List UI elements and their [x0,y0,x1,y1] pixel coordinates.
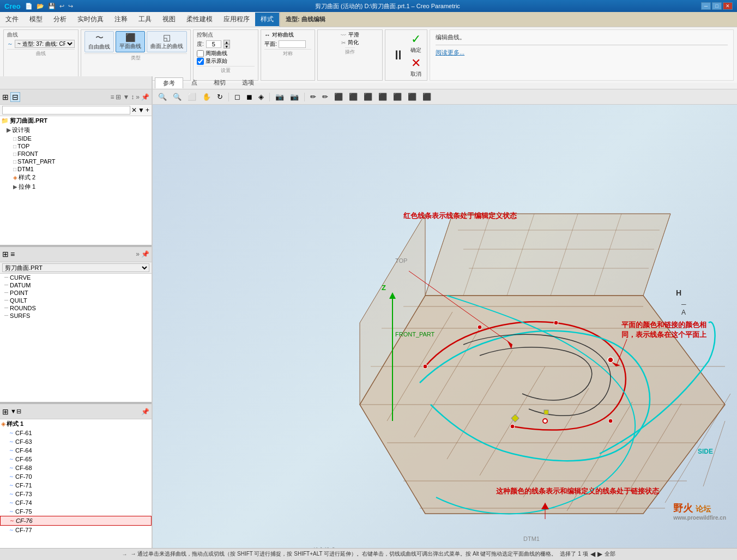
toolbar-pin-icon[interactable]: 📌 [141,93,149,101]
toolbar-more-icon[interactable]: » [136,93,140,101]
tree1-front[interactable]: □ FRONT [0,150,152,158]
canvas[interactable]: Z [153,105,737,548]
toolbar-grid-icon[interactable]: ⊞ [116,93,121,101]
menu-analysis[interactable]: 分析 [48,13,72,26]
perimeter-checkbox[interactable] [197,50,204,57]
plane-input[interactable] [279,40,306,48]
vp-select1[interactable]: ⬛ [332,92,345,102]
vp-select2[interactable]: ⬛ [347,92,360,102]
vp-select7[interactable]: ⬛ [420,92,433,102]
tree2-curve[interactable]: ─ CURVE [0,274,152,281]
redo-btn[interactable]: ↪ [68,3,73,9]
subtab-tangent[interactable]: 相切 [206,77,234,88]
vp-zoom-out[interactable]: 🔍 [171,92,184,102]
tree1-design[interactable]: ▶ 设计项 [0,125,152,135]
tree3-expand-icon[interactable]: ⊞ [2,407,9,416]
menu-apps[interactable]: 应用程序 [218,13,255,26]
menu-simulation[interactable]: 实时仿真 [72,13,109,26]
tree1-start[interactable]: □ START_PART [0,158,152,165]
planar-curve-btn[interactable]: ⬛ 平面曲线 [116,31,145,52]
vp-edit1[interactable]: ✏ [308,92,318,102]
vp-select5[interactable]: ⬛ [391,92,404,102]
tree2-rounds[interactable]: ─ ROUNDS [0,304,152,312]
search-filter-btn[interactable]: ▼ [138,106,144,114]
degree-input[interactable] [206,40,221,48]
vp-select3[interactable]: ⬛ [361,92,374,102]
pause-btn[interactable]: ⏸ [391,46,406,64]
confirm-btn[interactable]: ✓ 确定 [410,32,421,54]
minimize-btn[interactable]: ─ [701,2,711,10]
tree2-pin-icon[interactable]: 📌 [141,250,149,258]
tree3-pin-icon[interactable]: 📌 [141,408,149,416]
maximize-btn[interactable]: □ [712,2,722,10]
tree2-list-icon[interactable]: ≡ [10,250,15,258]
save-btn[interactable]: 💾 [48,3,56,9]
tree3-cf76[interactable]: ～ CF-76 [0,516,152,526]
tree1-root[interactable]: 📁 剪刀曲面.PRT [0,116,152,125]
free-curve-btn[interactable]: 〜 自由曲线 [84,31,114,52]
tree3-cf65[interactable]: ～ CF-65 [0,455,152,463]
tree3-cf61[interactable]: ～ CF-61 [0,429,152,437]
tree2-datum[interactable]: ─ DATUM [0,281,152,289]
tree2-point[interactable]: ─ POINT [0,289,152,297]
statusbar-btn2[interactable]: ▶ [597,550,602,558]
read-more-link[interactable]: 阅读更多... [436,49,464,56]
vp-fit[interactable]: ⬜ [185,92,198,102]
tree3-cf64[interactable]: ～ CF-64 [0,446,152,455]
tree3-cf71[interactable]: ～ CF-71 [0,481,152,490]
tree3-cf63[interactable]: ～ CF-63 [0,437,152,446]
statusbar-btn1[interactable]: ◀ [590,550,595,558]
menu-flexible[interactable]: 柔性建模 [181,13,218,26]
tree1-top[interactable]: □ TOP [0,142,152,150]
tree3-filter-icon[interactable]: ▼⊟ [10,408,21,415]
tree-expand-icon[interactable]: ⊞ [2,93,9,101]
tree1-style2[interactable]: ◈ 样式 2 [0,173,152,182]
tree3-cf75[interactable]: ～ CF-75 [0,507,152,516]
menu-annotation[interactable]: 注释 [109,13,133,26]
tree3-cf77[interactable]: ～ CF-77 [0,526,152,534]
menu-model[interactable]: 模型 [24,13,48,26]
menu-tools[interactable]: 工具 [133,13,157,26]
degree-spin-up[interactable]: ▲ [223,40,230,44]
tree3-cf68[interactable]: ～ CF-68 [0,463,152,472]
toolbar-sort-icon[interactable]: ↕ [131,93,134,101]
vp-camera2[interactable]: 📷 [288,92,301,102]
tree2-quilt[interactable]: ─ QUILT [0,297,152,304]
subtab-reference[interactable]: 参考 [155,77,183,88]
undo-btn[interactable]: ↩ [59,3,64,9]
menu-view[interactable]: 视图 [157,13,181,26]
vp-select4[interactable]: ⬛ [376,92,389,102]
menu-style[interactable]: 样式 [255,13,279,26]
tree2-file-select[interactable]: 剪刀曲面.PRT [2,263,149,272]
show-origin-checkbox[interactable] [197,58,204,65]
toolbar-filter-icon[interactable]: ▼ [123,93,129,101]
tree1-dtm1[interactable]: □ DTM1 [0,165,152,173]
tree-search-input[interactable] [2,106,130,115]
vp-hidden[interactable]: ◈ [256,92,266,102]
tree3-cf74[interactable]: ～ CF-74 [0,498,152,507]
new-btn[interactable]: 📄 [25,3,33,9]
vp-edit2[interactable]: ✏ [320,92,330,102]
vp-camera1[interactable]: 📷 [273,92,286,102]
vp-rotate[interactable]: ↻ [215,92,225,102]
tree1-side[interactable]: □ SIDE [0,135,152,142]
degree-spin-down[interactable]: ▼ [223,44,230,49]
tree2-more-icon[interactable]: » [136,250,140,258]
open-btn[interactable]: 📂 [37,3,44,9]
menu-file[interactable]: 文件 [0,13,24,26]
tree2-surfs[interactable]: ─ SURFS [0,312,152,320]
tree3-cf70[interactable]: ～ CF-70 [0,472,152,481]
curve-select-dropdown[interactable]: ~ 造型: 37: 曲线: CF-76 [15,40,75,48]
vp-select6[interactable]: ⬛ [406,92,419,102]
degree-spinner[interactable]: ▲ ▼ [223,40,230,49]
cancel-btn[interactable]: ✕ 取消 [410,56,421,78]
toolbar-list-icon[interactable]: ≡ [110,93,114,101]
tree-view-icon[interactable]: ⊟ [10,92,20,102]
tree1-extrude1[interactable]: ▶ 拉伸 1 [0,182,152,191]
vp-pan[interactable]: ✋ [200,92,213,102]
vp-shaded[interactable]: ◼ [244,92,255,102]
subtab-options[interactable]: 选项 [234,77,262,88]
tree3-cf73[interactable]: ～ CF-73 [0,490,152,498]
surface-curve-btn[interactable]: ◱ 曲面上的曲线 [147,31,187,52]
vp-wireframe[interactable]: ◻ [232,92,243,102]
